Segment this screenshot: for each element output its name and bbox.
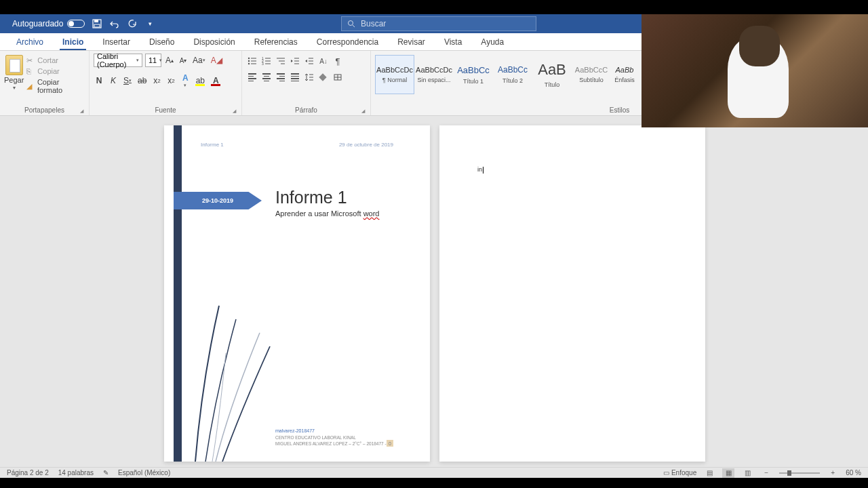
style-normal[interactable]: AaBbCcDc¶ Normal (375, 55, 414, 94)
tab-file[interactable]: Archivo (7, 33, 53, 50)
zoom-out-button[interactable]: − (760, 468, 772, 478)
clear-formatting-button[interactable]: A◢ (210, 54, 224, 67)
bold-button[interactable]: N (94, 74, 104, 87)
autosave-toggle[interactable]: Autoguardado (12, 19, 85, 28)
search-placeholder: Buscar (361, 19, 386, 28)
cover-title[interactable]: Informe 1 (275, 188, 347, 207)
copy-icon: ⎘ (26, 67, 35, 75)
svg-text:3: 3 (262, 62, 264, 65)
subscript-button[interactable]: x2 (151, 74, 162, 87)
svg-line-4 (353, 25, 355, 27)
status-words[interactable]: 14 palabras (58, 469, 94, 476)
underline-button[interactable]: S▾ (122, 74, 133, 87)
tab-help[interactable]: Ayuda (471, 33, 513, 50)
svg-rect-1 (94, 20, 98, 22)
status-language[interactable]: Español (México) (118, 469, 170, 476)
search-input[interactable]: Buscar (341, 16, 536, 31)
spellcheck-icon[interactable]: ✎ (103, 469, 108, 476)
numbering-button[interactable]: 123 (260, 55, 273, 67)
page-1[interactable]: Informe 1 29 de octubre de 2019 29-10-20… (164, 125, 430, 462)
show-marks-button[interactable]: ¶ (332, 55, 344, 67)
copy-button[interactable]: ⎘Copiar (26, 67, 85, 75)
font-color-button[interactable]: A (210, 74, 222, 87)
tab-design[interactable]: Diseño (140, 33, 184, 50)
focus-mode-button[interactable]: ▭ Enfoque (663, 469, 696, 476)
svg-point-7 (248, 60, 250, 62)
cover-date-arrow: 29-10-2019 (174, 192, 262, 209)
qat-more-icon[interactable]: ▾ (144, 18, 155, 29)
group-paragraph-label: Párrafo (246, 105, 366, 115)
zoom-in-button[interactable]: + (827, 468, 839, 478)
paste-icon (5, 55, 23, 75)
highlight-button[interactable]: ab (194, 74, 206, 87)
style-no-spacing[interactable]: AaBbCcDcSin espaci... (414, 55, 454, 94)
zoom-level[interactable]: 60 % (846, 469, 861, 476)
align-center-button[interactable] (260, 71, 273, 83)
font-name-select[interactable]: Calibri (Cuerpo)▾ (94, 54, 142, 67)
page2-text-cursor[interactable]: in (477, 166, 484, 174)
bullets-button[interactable] (246, 55, 258, 67)
change-case-button[interactable]: Aa▾ (191, 54, 207, 67)
justify-button[interactable] (289, 71, 301, 83)
page-number-badge: 0 (387, 440, 393, 447)
tab-references[interactable]: Referencias (245, 33, 307, 50)
svg-point-3 (349, 21, 353, 26)
shrink-font-button[interactable]: A▾ (178, 54, 189, 67)
superscript-button[interactable]: x2 (165, 74, 176, 87)
toggle-switch-icon (67, 20, 85, 28)
web-layout-icon[interactable]: ▥ (741, 468, 753, 478)
shading-button[interactable] (317, 71, 330, 83)
font-size-select[interactable]: 11▾ (145, 54, 161, 67)
italic-button[interactable]: K (108, 74, 119, 87)
chevron-down-icon: ▾ (136, 58, 139, 63)
strikethrough-button[interactable]: ab (136, 74, 148, 87)
tab-insert[interactable]: Insertar (93, 33, 140, 50)
autosave-label: Autoguardado (12, 19, 63, 28)
style-heading1[interactable]: AaBbCcTítulo 1 (454, 55, 493, 94)
style-subtitle[interactable]: AaBbCcCSubtítulo (572, 55, 611, 94)
paste-button[interactable]: Pegar ▾ (4, 54, 24, 91)
tab-layout[interactable]: Disposición (184, 33, 244, 50)
undo-icon[interactable] (109, 18, 120, 29)
tab-review[interactable]: Revisar (388, 33, 435, 50)
cover-accent-bar (174, 125, 182, 462)
tab-home[interactable]: Inicio (53, 33, 93, 50)
chevron-down-icon: ▾ (159, 58, 162, 63)
style-emphasis[interactable]: AaBbÉnfasis (611, 55, 638, 94)
align-left-button[interactable] (246, 71, 258, 83)
document-canvas[interactable]: Informe 1 29 de octubre de 2019 29-10-20… (0, 116, 868, 478)
align-right-button[interactable] (275, 71, 287, 83)
redo-icon[interactable] (127, 18, 138, 29)
borders-button[interactable] (332, 71, 344, 83)
increase-indent-button[interactable] (303, 55, 315, 67)
read-mode-icon[interactable]: ▤ (703, 468, 715, 478)
grow-font-button[interactable]: A▴ (164, 54, 175, 67)
svg-point-5 (248, 58, 250, 59)
zoom-slider[interactable] (779, 472, 820, 474)
svg-rect-2 (94, 24, 100, 27)
page-2[interactable]: in (439, 125, 705, 462)
multilevel-button[interactable] (275, 55, 287, 67)
group-clipboard-label: Portapapeles (4, 105, 85, 115)
webcam-overlay (642, 14, 868, 127)
decrease-indent-button[interactable] (289, 55, 301, 67)
cover-wisp-graphic (182, 299, 283, 462)
scissors-icon: ✂ (26, 56, 35, 64)
cover-subtitle[interactable]: Aprender a usar Microsoft word (275, 209, 379, 218)
text-effects-button[interactable]: A▾ (180, 74, 191, 87)
save-icon[interactable] (92, 18, 102, 29)
statusbar: Página 2 de 2 14 palabras ✎ Español (Méx… (0, 467, 868, 478)
tab-mailings[interactable]: Correspondencia (307, 33, 388, 50)
svg-rect-29 (319, 73, 326, 81)
status-page[interactable]: Página 2 de 2 (7, 469, 49, 476)
cover-footer: malvarez-2018477 CENTRO EDUCATIVO LABORA… (275, 428, 393, 447)
brush-icon: ◢ (26, 82, 35, 90)
cut-button[interactable]: ✂Cortar (26, 56, 85, 64)
style-title[interactable]: AaBTítulo (532, 55, 572, 94)
format-painter-button[interactable]: ◢Copiar formato (26, 78, 85, 94)
line-spacing-button[interactable] (303, 71, 315, 83)
style-heading2[interactable]: AaBbCcTítulo 2 (493, 55, 532, 94)
tab-view[interactable]: Vista (435, 33, 471, 50)
print-layout-icon[interactable]: ▦ (722, 468, 734, 478)
sort-button[interactable]: A↓ (317, 55, 330, 67)
